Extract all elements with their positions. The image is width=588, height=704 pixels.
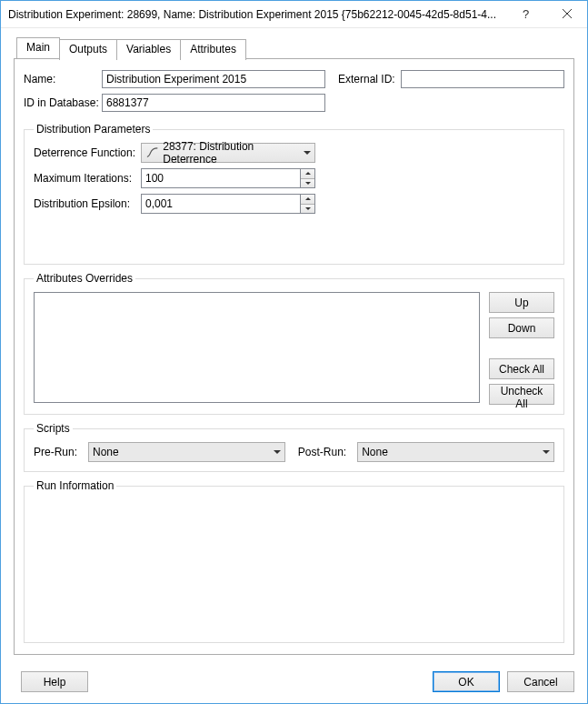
max-iter-input[interactable] [141, 168, 300, 188]
tab-panel-main: Name: External ID: ID in Database: Distr… [14, 58, 574, 655]
max-iter-spin-buttons [300, 168, 315, 188]
pre-run-label: Pre-Run: [34, 446, 77, 458]
chevron-down-icon [274, 450, 281, 454]
deterrence-label: Deterrence Function: [34, 146, 141, 159]
pre-run-value: None [93, 446, 119, 458]
scripts-row: Pre-Run: None Post-Run: None [34, 442, 554, 462]
post-run-label: Post-Run: [298, 446, 346, 458]
chevron-down-icon [305, 207, 311, 210]
chevron-down-icon [304, 151, 311, 155]
epsilon-label: Distribution Epsilon: [34, 197, 141, 210]
up-button[interactable]: Up [489, 292, 554, 313]
close-icon [563, 7, 572, 21]
max-iter-spinner [141, 168, 315, 188]
dialog-footer: Help OK Cancel [1, 664, 587, 703]
tab-outputs-label: Outputs [69, 43, 107, 55]
row-deterrence: Deterrence Function: 28377: Distribution… [34, 143, 554, 163]
deterrence-combo[interactable]: 28377: Distribution Deterrence [141, 143, 315, 163]
tab-main[interactable]: Main [16, 37, 60, 58]
epsilon-spinner [141, 194, 315, 214]
attr-overrides-legend: Attributes Overrides [34, 272, 135, 285]
group-distribution-parameters: Distribution Parameters Deterrence Funct… [24, 123, 564, 265]
dialog-window: Distribution Experiment: 28699, Name: Di… [0, 0, 588, 704]
row-max-iter: Maximum Iterations: [34, 168, 554, 188]
group-attributes-overrides: Attributes Overrides Up Down Check All U… [24, 272, 564, 415]
deterrence-value: 28377: Distribution Deterrence [163, 140, 304, 166]
tab-attributes-label: Attributes [190, 43, 236, 55]
max-iter-up-button[interactable] [301, 169, 314, 178]
tab-attributes[interactable]: Attributes [180, 39, 246, 60]
epsilon-input[interactable] [141, 194, 300, 214]
chevron-down-icon [305, 182, 311, 185]
dist-params-legend: Distribution Parameters [34, 123, 153, 136]
scripts-legend: Scripts [34, 422, 73, 435]
tabstrip: Main Outputs Variables Attributes [16, 37, 574, 58]
run-info-body [34, 499, 554, 527]
ok-button-label: OK [458, 676, 473, 689]
cancel-button-label: Cancel [523, 676, 557, 689]
curve-icon [145, 146, 159, 160]
cancel-button[interactable]: Cancel [507, 671, 574, 692]
tab-outputs[interactable]: Outputs [59, 39, 117, 60]
chevron-up-icon [305, 172, 311, 175]
chevron-down-icon [543, 450, 550, 454]
db-id-label: ID in Database: [24, 96, 96, 109]
name-field[interactable] [102, 70, 325, 88]
tab-variables-label: Variables [126, 43, 171, 55]
external-id-field[interactable] [401, 70, 564, 88]
close-button[interactable] [546, 1, 587, 27]
attr-overrides-body: Up Down Check All Uncheck All [34, 292, 554, 405]
help-button-titlebar[interactable]: ? [505, 1, 546, 27]
down-button[interactable]: Down [489, 317, 554, 338]
help-icon: ? [523, 7, 529, 21]
tab-main-label: Main [26, 41, 50, 54]
pre-run-combo[interactable]: None [88, 442, 285, 462]
ok-button[interactable]: OK [433, 671, 500, 692]
epsilon-spin-buttons [300, 194, 315, 214]
titlebar: Distribution Experiment: 28699, Name: Di… [1, 1, 587, 28]
row-epsilon: Distribution Epsilon: [34, 194, 554, 214]
button-spacer [489, 343, 554, 354]
db-id-field[interactable] [102, 94, 325, 112]
down-button-label: Down [508, 322, 536, 335]
attr-overrides-button-column: Up Down Check All Uncheck All [489, 292, 554, 405]
uncheck-all-button[interactable]: Uncheck All [489, 384, 554, 405]
post-run-combo[interactable]: None [357, 442, 554, 462]
group-run-information: Run Information [24, 479, 564, 643]
content-area: Main Outputs Variables Attributes Name: … [1, 28, 587, 664]
name-label: Name: [24, 73, 96, 85]
attr-overrides-list[interactable] [34, 292, 480, 403]
post-run-value: None [362, 446, 388, 458]
check-all-label: Check All [499, 363, 544, 376]
uncheck-all-label: Uncheck All [501, 385, 543, 410]
epsilon-down-button[interactable] [301, 204, 314, 214]
group-scripts: Scripts Pre-Run: None Post-Run: None [24, 422, 564, 472]
up-button-label: Up [514, 297, 528, 309]
row-name: Name: External ID: [24, 70, 564, 88]
help-button-label: Help [44, 676, 66, 689]
window-title: Distribution Experiment: 28699, Name: Di… [8, 8, 505, 21]
run-info-legend: Run Information [34, 479, 116, 492]
check-all-button[interactable]: Check All [489, 358, 554, 379]
chevron-up-icon [305, 197, 311, 200]
max-iter-down-button[interactable] [301, 178, 314, 188]
external-id-label: External ID: [338, 73, 395, 85]
help-button[interactable]: Help [21, 671, 88, 692]
tab-variables[interactable]: Variables [116, 39, 181, 60]
epsilon-up-button[interactable] [301, 195, 314, 204]
row-dbid: ID in Database: [24, 94, 564, 112]
max-iter-label: Maximum Iterations: [34, 172, 141, 185]
